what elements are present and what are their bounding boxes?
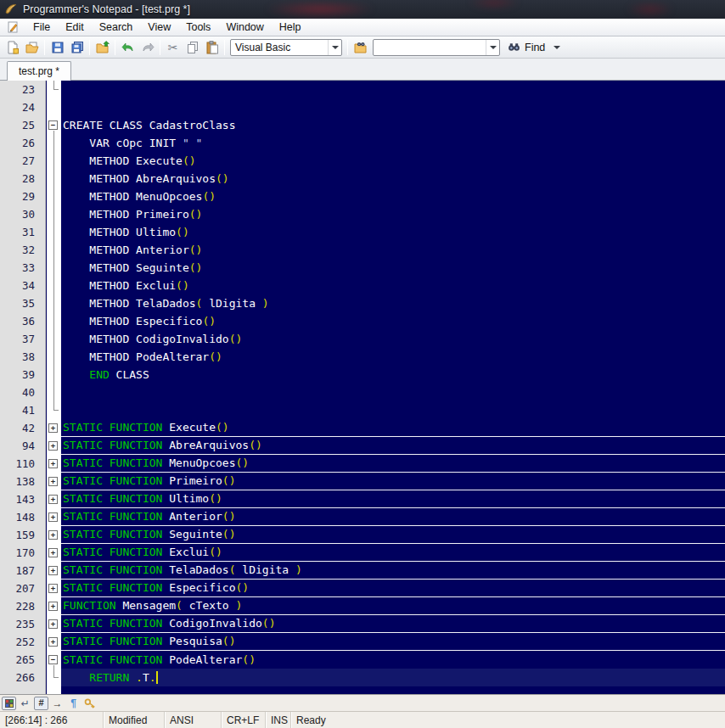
fold-marker-end: [47, 81, 61, 98]
save-all-button[interactable]: [67, 38, 87, 57]
code-line-148[interactable]: 148+STATIC FUNCTION Anterior(): [0, 508, 725, 526]
open-file-button[interactable]: [22, 38, 42, 57]
copy-button[interactable]: [183, 38, 202, 57]
fold-marker-minus[interactable]: −: [47, 651, 61, 669]
quill-icon: [4, 3, 18, 16]
fold-marker-plus[interactable]: +: [47, 508, 61, 526]
fold-marker-minus[interactable]: −: [47, 116, 61, 134]
save-button[interactable]: [48, 38, 67, 57]
fold-marker-plus[interactable]: +: [47, 544, 61, 562]
line-number: 41: [0, 401, 47, 419]
code-line-265[interactable]: 265−STATIC FUNCTION PodeAlterar(): [0, 651, 725, 669]
code-line-252[interactable]: 252+STATIC FUNCTION Pesquisa(): [0, 633, 725, 651]
key-icon: [84, 697, 96, 709]
code-line-23[interactable]: 23: [0, 81, 725, 98]
cut-button[interactable]: ✂: [163, 38, 183, 57]
line-numbers-toggle-button[interactable]: #: [34, 697, 48, 710]
paste-button[interactable]: [202, 38, 222, 57]
menu-item-view[interactable]: View: [140, 20, 178, 35]
word-wrap-toggle-button[interactable]: ↵: [18, 697, 32, 710]
tab-test-prg[interactable]: test.prg *: [7, 61, 71, 81]
undo-button[interactable]: [118, 38, 138, 57]
find-button[interactable]: Find: [503, 39, 550, 55]
code-line-40[interactable]: 40: [0, 384, 725, 401]
code-line-26[interactable]: 26 VAR cOpc INIT " ": [0, 134, 725, 152]
new-file-button[interactable]: [3, 38, 22, 57]
code-line-25[interactable]: 25−CREATE CLASS CadastroClass: [0, 116, 725, 134]
code-line-37[interactable]: 37 METHOD CodigoInvalido(): [0, 330, 725, 348]
code-line-39[interactable]: 39 END CLASS: [0, 366, 725, 384]
fold-marker-plus[interactable]: +: [47, 615, 61, 633]
code-line-159[interactable]: 159+STATIC FUNCTION Seguinte(): [0, 526, 725, 544]
code-line-170[interactable]: 170+STATIC FUNCTION Exclui(): [0, 544, 725, 562]
code-line-30[interactable]: 30 METHOD Primeiro(): [0, 205, 725, 223]
line-number: 207: [0, 580, 47, 597]
code-line-36[interactable]: 36 METHOD Especifico(): [0, 312, 725, 330]
code-text: [61, 98, 725, 116]
write-protect-toggle-button[interactable]: [82, 697, 97, 710]
code-line-207[interactable]: 207+STATIC FUNCTION Especifico(): [0, 580, 725, 597]
code-line-34[interactable]: 34 METHOD Exclui(): [0, 277, 725, 294]
code-line-29[interactable]: 29 METHOD MenuOpcoes(): [0, 188, 725, 205]
word-wrap-icon: ↵: [20, 698, 29, 708]
code-line-187[interactable]: 187+STATIC FUNCTION TelaDados( lDigita ): [0, 562, 725, 580]
fold-marker-plus[interactable]: +: [47, 455, 61, 473]
fold-marker-plus[interactable]: +: [47, 490, 61, 508]
fold-marker-plus[interactable]: +: [47, 473, 61, 490]
fold-marker-plus[interactable]: +: [47, 633, 61, 651]
code-text: METHOD AbreArquivos(): [61, 170, 725, 188]
code-line-143[interactable]: 143+STATIC FUNCTION Ultimo(): [0, 490, 725, 508]
search-combobox[interactable]: [373, 39, 500, 56]
code-line-32[interactable]: 32 METHOD Anterior(): [0, 241, 725, 259]
fold-marker-plus[interactable]: +: [47, 437, 61, 455]
code-text: METHOD MenuOpcoes(): [61, 188, 725, 205]
code-line-235[interactable]: 235+STATIC FUNCTION CodigoInvalido(): [0, 615, 725, 633]
fold-marker-line: [47, 277, 61, 294]
menu-item-search[interactable]: Search: [92, 20, 141, 35]
line-number: 38: [0, 348, 47, 366]
find-dropdown-button[interactable]: [550, 38, 564, 57]
menu-item-tools[interactable]: Tools: [178, 20, 218, 35]
code-text: STATIC FUNCTION Primeiro(): [61, 473, 725, 490]
text-caret: [156, 671, 158, 684]
code-line-42[interactable]: 42+STATIC FUNCTION Execute(): [0, 419, 725, 437]
menu-item-help[interactable]: Help: [272, 20, 309, 35]
fold-marker-line: [47, 134, 61, 152]
code-line-24[interactable]: 24: [0, 98, 725, 116]
code-line-228[interactable]: 228+FUNCTION Mensagem( cTexto ): [0, 597, 725, 615]
code-line-94[interactable]: 94+STATIC FUNCTION AbreArquivos(): [0, 437, 725, 455]
line-number: 28: [0, 170, 47, 188]
menu-item-edit[interactable]: Edit: [58, 20, 92, 35]
code-editor[interactable]: 232425−CREATE CLASS CadastroClass26 VAR …: [0, 81, 725, 694]
fold-marker-plus[interactable]: +: [47, 526, 61, 544]
code-line-28[interactable]: 28 METHOD AbreArquivos(): [0, 170, 725, 188]
code-line-41[interactable]: 41: [0, 401, 725, 419]
menu-item-file[interactable]: File: [25, 20, 58, 35]
code-line-35[interactable]: 35 METHOD TelaDados( lDigita ): [0, 294, 725, 312]
code-text: METHOD TelaDados( lDigita ): [61, 294, 725, 312]
redo-button[interactable]: [138, 38, 157, 57]
code-line-266[interactable]: 266 RETURN .T.: [0, 669, 725, 686]
code-line-33[interactable]: 33 METHOD Seguinte(): [0, 259, 725, 277]
scheme-select[interactable]: Visual Basic: [230, 39, 342, 56]
cut-icon: ✂: [168, 41, 178, 54]
fold-marker-plus[interactable]: +: [47, 597, 61, 615]
panes-toggle-button[interactable]: [2, 697, 16, 710]
menu-item-window[interactable]: Window: [218, 20, 271, 35]
fold-marker-plus[interactable]: +: [47, 419, 61, 437]
document-pencil-icon[interactable]: [6, 20, 20, 34]
tab-markers-toggle-button[interactable]: →: [50, 697, 65, 710]
fold-marker-line: [47, 170, 61, 188]
open-project-button[interactable]: [93, 38, 112, 57]
fold-marker-plus[interactable]: +: [47, 562, 61, 580]
fold-marker-line: [47, 259, 61, 277]
find-in-files-button[interactable]: [351, 38, 370, 57]
code-line-31[interactable]: 31 METHOD Ultimo(): [0, 223, 725, 241]
code-line-138[interactable]: 138+STATIC FUNCTION Primeiro(): [0, 473, 725, 490]
code-line-38[interactable]: 38 METHOD PodeAlterar(): [0, 348, 725, 366]
line-number: 24: [0, 98, 47, 116]
code-line-27[interactable]: 27 METHOD Execute(): [0, 152, 725, 170]
fold-marker-plus[interactable]: +: [47, 580, 61, 597]
whitespace-toggle-button[interactable]: ¶: [66, 697, 81, 710]
code-line-110[interactable]: 110+STATIC FUNCTION MenuOpcoes(): [0, 455, 725, 473]
